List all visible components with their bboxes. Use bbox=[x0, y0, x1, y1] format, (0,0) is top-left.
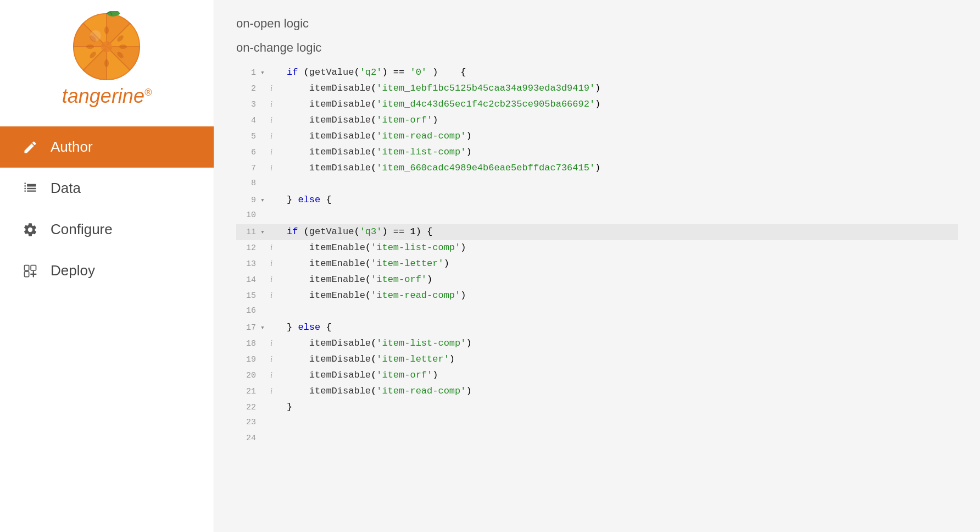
info-icon[interactable]: i bbox=[270, 162, 282, 175]
navigation-menu: Author Data Configure bbox=[0, 126, 214, 291]
logo-area: tangerine® bbox=[62, 11, 152, 108]
line-number: 4 bbox=[238, 114, 260, 128]
sidebar-item-deploy[interactable]: Deploy bbox=[0, 250, 214, 291]
deploy-label: Deploy bbox=[51, 262, 95, 279]
svg-point-14 bbox=[90, 30, 101, 41]
info-icon[interactable]: i bbox=[270, 82, 282, 95]
code-text: itemDisable('item_d4c43d65ec1f4c2cb235ce… bbox=[282, 97, 956, 113]
sidebar-item-author[interactable]: Author bbox=[0, 126, 214, 168]
code-line: 2i itemDisable('item_1ebf1bc5125b45caa34… bbox=[236, 81, 958, 97]
logo-icon bbox=[71, 11, 142, 82]
fold-arrow[interactable]: ▾ bbox=[260, 322, 270, 334]
line-number: 24 bbox=[238, 431, 260, 446]
code-line: 1▾if (getValue('q2') == '0' ) { bbox=[236, 65, 958, 81]
code-text: itemDisable('item-letter') bbox=[282, 352, 956, 368]
author-label: Author bbox=[51, 138, 93, 156]
info-icon[interactable]: i bbox=[270, 385, 282, 398]
info-icon[interactable]: i bbox=[270, 257, 282, 270]
gear-icon bbox=[22, 221, 38, 238]
code-line: 13i itemEnable('item-letter') bbox=[236, 256, 958, 272]
info-icon[interactable]: i bbox=[270, 369, 282, 382]
list-icon bbox=[22, 180, 38, 197]
code-text: itemDisable('item_1ebf1bc5125b45caa34a99… bbox=[282, 81, 956, 97]
svg-rect-17 bbox=[31, 265, 36, 270]
line-number: 16 bbox=[238, 304, 260, 318]
svg-point-6 bbox=[104, 26, 109, 34]
code-text: itemEnable('item-list-comp') bbox=[282, 240, 956, 256]
code-line: 24 bbox=[236, 431, 958, 447]
configure-label: Configure bbox=[51, 221, 113, 238]
code-line: 10 bbox=[236, 208, 958, 224]
sidebar: tangerine® Author Data bbox=[0, 0, 214, 532]
info-icon[interactable]: i bbox=[270, 241, 282, 254]
line-number: 6 bbox=[238, 146, 260, 160]
svg-point-8 bbox=[119, 45, 127, 49]
line-number: 9 bbox=[238, 193, 260, 208]
code-line: 16 bbox=[236, 304, 958, 320]
code-line: 6i itemDisable('item-list-comp') bbox=[236, 145, 958, 160]
svg-point-10 bbox=[104, 59, 109, 67]
code-text: itemDisable('item-list-comp') bbox=[282, 336, 956, 352]
brand-registered: ® bbox=[144, 87, 152, 98]
svg-rect-16 bbox=[25, 271, 29, 276]
line-number: 22 bbox=[238, 401, 260, 415]
code-line: 9▾} else { bbox=[236, 192, 958, 208]
pencil-icon bbox=[22, 139, 38, 156]
on-open-label: on-open logic bbox=[236, 16, 958, 31]
line-number: 14 bbox=[238, 273, 260, 287]
code-text: if (getValue('q3') == 1) { bbox=[282, 224, 956, 240]
line-number: 7 bbox=[238, 162, 260, 176]
code-line: 14i itemEnable('item-orf') bbox=[236, 272, 958, 288]
code-line: 15i itemEnable('item-read-comp') bbox=[236, 288, 958, 304]
code-line: 11▾if (getValue('q3') == 1) { bbox=[236, 224, 958, 240]
code-line: 21i itemDisable('item-read-comp') bbox=[236, 384, 958, 400]
fold-arrow[interactable]: ▾ bbox=[260, 67, 270, 79]
line-number: 15 bbox=[238, 289, 260, 303]
code-line: 7i itemDisable('item_660cadc4989e4b6eae5… bbox=[236, 160, 958, 176]
line-number: 17 bbox=[238, 321, 260, 335]
line-number: 19 bbox=[238, 353, 260, 367]
line-number: 1 bbox=[238, 66, 260, 80]
line-number: 12 bbox=[238, 241, 260, 256]
code-text: } else { bbox=[282, 320, 956, 336]
code-line: 17▾} else { bbox=[236, 320, 958, 336]
info-icon[interactable]: i bbox=[270, 114, 282, 127]
sidebar-item-configure[interactable]: Configure bbox=[0, 209, 214, 250]
info-icon[interactable]: i bbox=[270, 273, 282, 286]
svg-point-12 bbox=[86, 45, 94, 49]
code-text: itemDisable('item-orf') bbox=[282, 113, 956, 129]
line-number: 11 bbox=[238, 225, 260, 240]
fold-arrow[interactable]: ▾ bbox=[260, 195, 270, 207]
info-icon[interactable]: i bbox=[270, 98, 282, 111]
code-line: 4i itemDisable('item-orf') bbox=[236, 113, 958, 129]
line-number: 13 bbox=[238, 257, 260, 271]
code-text: itemEnable('item-read-comp') bbox=[282, 288, 956, 304]
code-line: 5i itemDisable('item-read-comp') bbox=[236, 129, 958, 145]
code-text: if (getValue('q2') == '0' ) { bbox=[282, 65, 956, 81]
code-line: 23 bbox=[236, 415, 958, 431]
line-number: 18 bbox=[238, 337, 260, 351]
code-text: itemEnable('item-orf') bbox=[282, 272, 956, 288]
line-number: 20 bbox=[238, 369, 260, 383]
code-line: 19i itemDisable('item-letter') bbox=[236, 352, 958, 368]
line-number: 23 bbox=[238, 415, 260, 430]
line-number: 3 bbox=[238, 98, 260, 112]
fold-arrow[interactable]: ▾ bbox=[260, 226, 270, 239]
brand-name-text: tangerine® bbox=[62, 85, 152, 108]
info-icon[interactable]: i bbox=[270, 337, 282, 350]
line-number: 8 bbox=[238, 176, 260, 191]
info-icon[interactable]: i bbox=[270, 353, 282, 366]
sidebar-item-data[interactable]: Data bbox=[0, 168, 214, 209]
code-line: 18i itemDisable('item-list-comp') bbox=[236, 336, 958, 352]
info-icon[interactable]: i bbox=[270, 146, 282, 159]
line-number: 10 bbox=[238, 208, 260, 223]
code-line: 12i itemEnable('item-list-comp') bbox=[236, 240, 958, 256]
code-text: itemEnable('item-letter') bbox=[282, 256, 956, 272]
code-text: itemDisable('item-read-comp') bbox=[282, 384, 956, 400]
code-editor[interactable]: 1▾if (getValue('q2') == '0' ) {2i itemDi… bbox=[236, 65, 958, 447]
code-text: itemDisable('item_660cadc4989e4b6eae5ebf… bbox=[282, 160, 956, 176]
code-line: 3i itemDisable('item_d4c43d65ec1f4c2cb23… bbox=[236, 97, 958, 113]
info-icon[interactable]: i bbox=[270, 289, 282, 302]
brand-label: tangerine bbox=[62, 85, 144, 107]
info-icon[interactable]: i bbox=[270, 130, 282, 143]
